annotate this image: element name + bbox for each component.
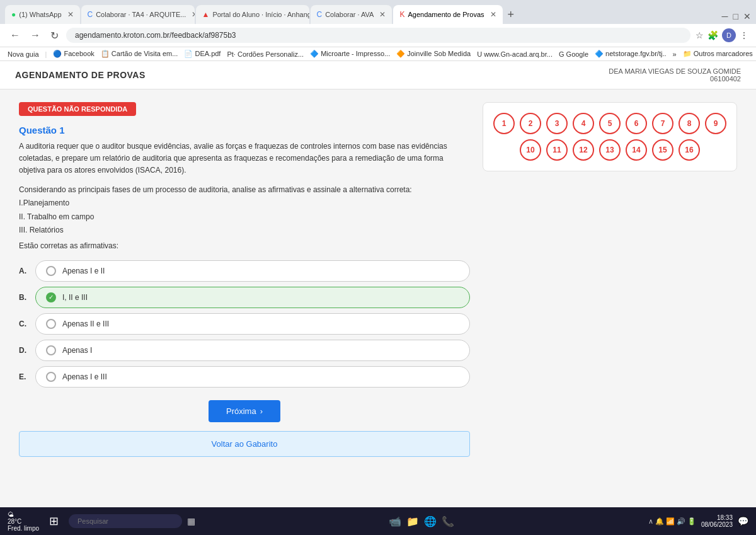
- question-nav-grid: 1 2 3 4 5 6 7 8 9 10 11 12 13 14 15: [493, 113, 726, 161]
- menu-icon[interactable]: ⋮: [740, 30, 748, 40]
- q-num-12[interactable]: 12: [573, 139, 594, 161]
- minimize-button[interactable]: ─: [722, 11, 728, 21]
- option-row-a: A. Apenas I e II: [19, 260, 470, 282]
- phases-intro: Considerando as principais fases de um p…: [19, 183, 470, 197]
- option-c-button[interactable]: Apenas II e III: [35, 313, 470, 335]
- bookmark-nova-guia[interactable]: Nova guia: [8, 50, 39, 58]
- tab-close-colaborar2[interactable]: ✕: [379, 10, 386, 19]
- tab-close-colaborar1[interactable]: ✕: [192, 10, 194, 19]
- browser-frame: ● (1) WhatsApp ✕ C Colaborar · TA4 · ARQ…: [0, 0, 756, 535]
- tab-whatsapp[interactable]: ● (1) WhatsApp ✕: [5, 5, 80, 24]
- chrome-icon[interactable]: 🌐: [424, 515, 437, 527]
- user-id: 06100402: [609, 75, 741, 83]
- time-display: 18:33: [701, 514, 733, 521]
- gabarito-link[interactable]: Voltar ao Gabarito: [212, 439, 278, 449]
- tab-close-whatsapp[interactable]: ✕: [67, 10, 74, 19]
- back-button[interactable]: ←: [8, 28, 23, 42]
- extensions-icon[interactable]: 🧩: [707, 30, 718, 40]
- option-radio-e: [46, 372, 56, 382]
- q-num-6[interactable]: 6: [626, 113, 647, 134]
- q-num-11[interactable]: 11: [546, 139, 568, 161]
- bookmark-gn[interactable]: U www.Gn-acad.arq.br...: [477, 50, 553, 58]
- bookmarks-bar: Nova guia | 🔵 Facebook 📋 Cartão de Visit…: [0, 47, 756, 61]
- option-row-b: B. I, II e III: [19, 287, 470, 308]
- taskbar-right: ∧ 🔔 📶 🔊 🔋 18:33 08/06/2023 💬: [648, 514, 748, 528]
- files-icon[interactable]: 📁: [406, 515, 419, 527]
- user-info: DEA MARIA VIEGAS DE SOUZA GOMIDE 0610040…: [609, 67, 741, 83]
- next-arrow-icon: ›: [260, 406, 263, 416]
- video-icon[interactable]: 📹: [389, 515, 401, 527]
- task-view-icon[interactable]: ▦: [187, 516, 195, 526]
- q-num-15[interactable]: 15: [652, 139, 673, 161]
- page-title: AGENDAMENTO DE PROVAS: [15, 70, 146, 80]
- new-tab-button[interactable]: +: [504, 7, 518, 23]
- q-num-2[interactable]: 2: [520, 113, 541, 134]
- weather-icon: 🌤: [8, 511, 39, 518]
- system-tray-icons: ∧ 🔔 📶 🔊 🔋: [648, 517, 696, 526]
- q-num-16[interactable]: 16: [679, 139, 700, 161]
- option-radio-a: [46, 266, 56, 276]
- gabarito-bar: Voltar ao Gabarito: [19, 431, 470, 457]
- address-icons: ☆ 🧩 D ⋮: [696, 28, 748, 42]
- tab-colaborar1[interactable]: C Colaborar · TA4 · ARQUITE... ✕: [81, 5, 195, 24]
- taskbar-time: 18:33 08/06/2023: [701, 514, 733, 528]
- q-num-9[interactable]: 9: [705, 113, 726, 134]
- tab-portal[interactable]: ▲ Portal do Aluno · Início · Anhang... ✕: [196, 5, 309, 24]
- q-num-1[interactable]: 1: [493, 113, 515, 134]
- option-label-c: C.: [19, 319, 30, 328]
- option-a-button[interactable]: Apenas I e II: [35, 260, 470, 282]
- q-num-14[interactable]: 14: [626, 139, 647, 161]
- question-nav-row-1: 1 2 3 4 5 6 7 8 9: [493, 113, 726, 134]
- start-button[interactable]: ⊞: [44, 512, 64, 531]
- facetime-icon[interactable]: 📞: [442, 515, 454, 527]
- bookmark-joinville[interactable]: 🔶 Joinville Sob Medida: [396, 50, 471, 58]
- tab-agendamento[interactable]: K Agendamento de Provas ✕: [393, 5, 502, 24]
- q-num-3[interactable]: 3: [546, 113, 568, 134]
- option-row-d: D. Apenas I: [19, 340, 470, 361]
- option-e-button[interactable]: Apenas I e III: [35, 366, 470, 388]
- bookmark-microarte[interactable]: 🔷 Microarte - Impresso...: [310, 50, 390, 58]
- bookmark-netstorage[interactable]: 🔷 netstorage.fgv.br/tj..: [595, 50, 666, 58]
- star-icon[interactable]: ☆: [696, 30, 704, 40]
- taskbar: 🌤 28°C Fred. limpo ⊞ ▦ 📹 📁 🌐 📞 ∧ 🔔 📶 🔊 🔋…: [0, 507, 756, 535]
- url-input[interactable]: [66, 28, 690, 43]
- option-b-button[interactable]: I, II e III: [35, 287, 470, 308]
- option-radio-b: [46, 292, 56, 302]
- maximize-button[interactable]: □: [733, 11, 738, 21]
- bookmark-cartao[interactable]: 📋 Cartão de Visita em...: [101, 50, 178, 58]
- taskbar-search-input[interactable]: [69, 514, 182, 528]
- q-num-13[interactable]: 13: [599, 139, 621, 161]
- address-bar: ← → ↻ ☆ 🧩 D ⋮: [0, 24, 756, 47]
- next-button[interactable]: Próxima ›: [209, 400, 280, 422]
- bookmark-cordoes[interactable]: Pt· Cordões Personaliz...: [227, 50, 304, 58]
- bookmark-google[interactable]: G Google: [559, 50, 588, 58]
- q-num-5[interactable]: 5: [599, 113, 621, 134]
- close-button[interactable]: ✕: [743, 11, 751, 21]
- options-list: A. Apenas I e II B. I, II e III: [19, 260, 470, 388]
- q-num-8[interactable]: 8: [679, 113, 700, 134]
- phase-2: II. Trabalho em campo: [19, 210, 470, 224]
- phase-1: I.Planejamento: [19, 197, 470, 210]
- q-num-4[interactable]: 4: [573, 113, 594, 134]
- profile-icon[interactable]: D: [722, 28, 736, 42]
- next-label: Próxima: [226, 406, 256, 416]
- forward-button[interactable]: →: [28, 28, 43, 42]
- question-prompt: Estão corretas as afirmativas:: [19, 241, 470, 250]
- tab-colaborar2[interactable]: C Colaborar · AVA ✕: [311, 5, 392, 24]
- bookmark-facebook[interactable]: 🔵 Facebook: [53, 50, 94, 58]
- bookmark-outros[interactable]: 📁 Outros marcadores: [683, 50, 753, 58]
- nav-buttons: Próxima ›: [19, 400, 470, 422]
- tab-close-agendamento[interactable]: ✕: [490, 10, 496, 19]
- option-d-button[interactable]: Apenas I: [35, 340, 470, 361]
- notification-icon[interactable]: 💬: [738, 516, 748, 526]
- q-num-7[interactable]: 7: [652, 113, 673, 134]
- main-content: QUESTÃO NÃO RESPONDIDA Questão 1 A audit…: [0, 89, 756, 507]
- q-num-10[interactable]: 10: [520, 139, 541, 161]
- phase-3: III. Relatórios: [19, 224, 470, 238]
- bookmark-dea[interactable]: 📄 DEA.pdf: [184, 50, 220, 58]
- reload-button[interactable]: ↻: [48, 28, 61, 43]
- bookmark-more[interactable]: »: [673, 50, 677, 58]
- tab-bar: ● (1) WhatsApp ✕ C Colaborar · TA4 · ARQ…: [0, 0, 756, 24]
- user-name: DEA MARIA VIEGAS DE SOUZA GOMIDE: [609, 67, 741, 75]
- option-d-text: Apenas I: [62, 346, 92, 355]
